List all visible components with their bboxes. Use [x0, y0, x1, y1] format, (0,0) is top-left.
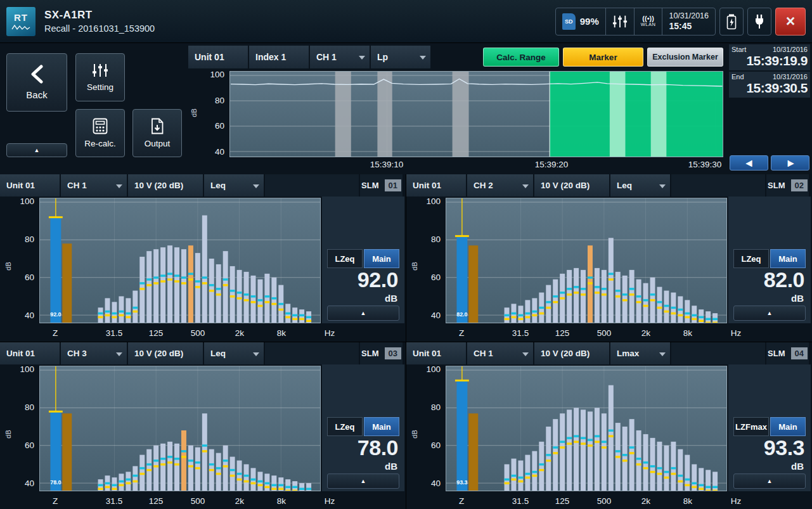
- mixer-sliders-icon: [612, 14, 628, 29]
- quantity-select[interactable]: Leq: [204, 342, 264, 364]
- sd-percent: 99%: [580, 16, 599, 27]
- slm-panel-03: Unit 01 CH 3 10 V (20 dB) Leq SLM 03 dB …: [0, 342, 406, 509]
- collapse-panel-button[interactable]: ▲: [6, 143, 67, 157]
- recalc-button[interactable]: Re-calc.: [75, 109, 125, 157]
- time-history-chart[interactable]: [229, 71, 723, 157]
- step-forward-button[interactable]: |▶: [771, 155, 809, 171]
- clock-time: 15:45: [669, 21, 692, 32]
- level-readout-panel: LZFmax Main 93.3 dB ▲: [728, 364, 811, 491]
- x-tick: 8k: [267, 328, 295, 338]
- wlan-status: ((•)) WLAN: [635, 8, 663, 35]
- channel-select[interactable]: CH 1: [61, 174, 127, 197]
- x-tick: 8k: [674, 496, 702, 506]
- level-readout-panel: LZeq Main 92.0 dB ▲: [322, 197, 404, 323]
- slm-label: SLM: [768, 181, 785, 190]
- x-axis: 15:39:10 15:39:20 15:39:30: [188, 157, 728, 174]
- metric-button[interactable]: LZFmax: [733, 417, 769, 436]
- y-tick: 80: [14, 235, 34, 245]
- level-value: 93.3: [764, 435, 804, 460]
- channel-select[interactable]: CH 1: [467, 342, 533, 364]
- metric-button[interactable]: LZeq: [327, 249, 363, 268]
- status-group: SD 99% ((•)) WLAN 1: [555, 8, 716, 35]
- chevron-up-icon: ▲: [361, 478, 366, 484]
- x-tick: Z: [41, 328, 69, 338]
- main-button[interactable]: Main: [770, 417, 806, 436]
- metric-button[interactable]: LZeq: [733, 249, 769, 268]
- y-tick: 40: [420, 479, 441, 489]
- y-tick: 40: [420, 311, 441, 321]
- back-button[interactable]: Back: [6, 53, 67, 112]
- svg-text:82.0: 82.0: [456, 311, 467, 318]
- step-back-button[interactable]: ◀|: [730, 155, 768, 171]
- y-tick: 100: [14, 197, 34, 207]
- recalc-label: Re-calc.: [84, 139, 116, 148]
- marker-button[interactable]: Marker: [563, 48, 643, 67]
- output-button[interactable]: Output: [132, 109, 182, 157]
- clock-status: 10/31/2016 15:45: [662, 8, 715, 35]
- chevron-down-icon: [116, 184, 122, 188]
- slm-id: SLM 03: [360, 342, 403, 364]
- input-range-cell: 10 V (20 dB): [128, 174, 203, 197]
- sd-status: SD 99%: [556, 8, 606, 35]
- chevron-down-icon: [253, 352, 259, 356]
- x-tick: Z: [448, 328, 475, 338]
- start-time: 15:39:19.9: [731, 53, 808, 68]
- y-axis: dB 100 80 60 40: [188, 71, 229, 157]
- header-spacer: [671, 174, 765, 197]
- metric-button[interactable]: LZeq: [327, 417, 363, 436]
- quantity-select[interactable]: Leq: [204, 174, 264, 197]
- slm-panel-04: Unit 01 CH 1 10 V (20 dB) Lmax SLM 04 dB…: [406, 342, 812, 509]
- slm-panel-body: dB 100 80 60 40 92.0 Z 31.5 125 500 2k 8…: [0, 197, 406, 342]
- index-cell: Index 1: [249, 46, 309, 68]
- x-tick: 2k: [632, 496, 660, 506]
- slm-panel-body: dB 100 80 60 40 78.0 Z 31.5 125 500 2k 8…: [0, 364, 406, 509]
- level-unit: dB: [385, 293, 397, 304]
- chevron-down-icon: [522, 184, 529, 188]
- slm-label: SLM: [361, 349, 378, 358]
- channel-select[interactable]: CH 1: [310, 46, 370, 68]
- header-spacer: [671, 342, 765, 364]
- svg-text:93.3: 93.3: [456, 479, 467, 486]
- x-tick: 31.5: [506, 496, 534, 506]
- slm-panel-header: Unit 01 CH 2 10 V (20 dB) Leq SLM 02: [406, 174, 812, 197]
- x-tick: 31.5: [100, 496, 128, 506]
- input-range-cell: 10 V (20 dB): [534, 342, 609, 364]
- slm-id: SLM 01: [360, 174, 403, 197]
- marker-buttons: Calc. Range Marker Exclusion Marker: [483, 48, 723, 67]
- main-button[interactable]: Main: [364, 417, 399, 436]
- svg-text:78.0: 78.0: [50, 479, 61, 486]
- collapse-button[interactable]: ▲: [733, 474, 806, 489]
- x-axis-unit: Hz: [722, 496, 750, 506]
- collapse-button[interactable]: ▲: [733, 306, 806, 321]
- collapse-button[interactable]: ▲: [327, 474, 399, 489]
- collapse-button[interactable]: ▲: [327, 306, 399, 321]
- chevron-down-icon: [253, 184, 259, 188]
- y-tick: 80: [420, 403, 441, 413]
- time-history-body: dB 100 80 60 40: [188, 71, 728, 157]
- quantity-select[interactable]: Leq: [610, 174, 670, 197]
- mixer-status: [606, 8, 635, 35]
- chevron-down-icon: [659, 352, 666, 356]
- app-subtitle: Recall - 20161031_153900: [44, 23, 155, 34]
- quantity-select[interactable]: Lp: [371, 46, 430, 68]
- channel-select[interactable]: CH 2: [467, 174, 533, 197]
- spectrum-chart[interactable]: 93.3: [446, 366, 727, 491]
- x-tick: 125: [142, 328, 170, 338]
- calc-range-button[interactable]: Calc. Range: [483, 48, 559, 67]
- power-status: [747, 8, 771, 35]
- time-history-header: Unit 01 Index 1 CH 1 Lp Calc. Range Mark…: [188, 43, 728, 71]
- spectrum-chart[interactable]: 78.0: [39, 366, 321, 491]
- svg-text:92.0: 92.0: [50, 311, 61, 318]
- y-axis-label: dB: [4, 430, 12, 438]
- input-range-cell: 10 V (20 dB): [128, 342, 203, 364]
- main-button[interactable]: Main: [770, 249, 806, 268]
- main-button[interactable]: Main: [364, 249, 399, 268]
- exclusion-marker-button[interactable]: Exclusion Marker: [647, 48, 723, 67]
- setting-button[interactable]: Setting: [75, 53, 125, 101]
- x-tick: 15:39:10: [368, 160, 406, 169]
- spectrum-chart[interactable]: 82.0: [446, 198, 727, 323]
- spectrum-chart[interactable]: 92.0: [39, 198, 321, 323]
- close-button[interactable]: ×: [775, 8, 806, 35]
- channel-select[interactable]: CH 3: [61, 342, 127, 364]
- quantity-select[interactable]: Lmax: [610, 342, 670, 364]
